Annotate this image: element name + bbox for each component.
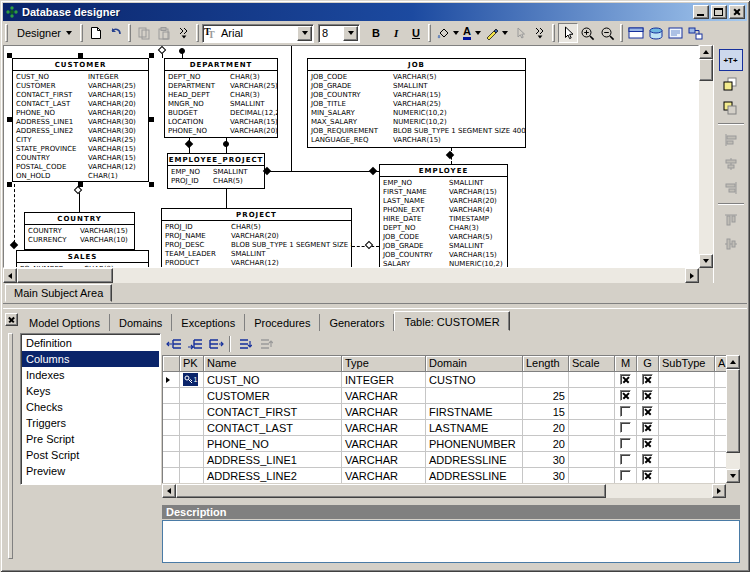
toolbar-grip[interactable] <box>128 24 131 42</box>
maximize-button[interactable] <box>711 5 727 19</box>
sidebar-item-preview[interactable]: Preview <box>22 463 159 479</box>
header-pk[interactable]: PK <box>180 356 204 372</box>
sidebar-item-pre-script[interactable]: Pre Script <box>22 431 159 447</box>
cell-domain[interactable]: LASTNAME <box>426 420 523 436</box>
cell-domain[interactable]: FIRSTNAME <box>426 404 523 420</box>
header-subtype[interactable]: SubType <box>659 356 715 372</box>
scrollbar-thumb[interactable] <box>17 268 113 283</box>
cell-type[interactable]: VARCHAR <box>342 388 426 404</box>
format-painter-button[interactable] <box>510 23 530 43</box>
undo-button[interactable] <box>106 23 126 43</box>
cell-name[interactable]: CUST_NO <box>204 372 342 388</box>
canvas-hscrollbar[interactable] <box>3 268 699 283</box>
table-row-contact-last[interactable]: CONTACT_LASTVARCHARLASTNAME20 <box>163 420 726 436</box>
cell-domain[interactable] <box>426 388 523 404</box>
cell-scale[interactable] <box>569 468 615 483</box>
select-tool-button[interactable] <box>558 23 578 43</box>
tab-table-customer[interactable]: Table: CUSTOMER <box>394 311 509 331</box>
toolbar-grip[interactable] <box>196 24 199 42</box>
toolbar-grip[interactable] <box>428 24 431 42</box>
cell-name[interactable]: CONTACT_FIRST <box>204 404 342 420</box>
header-generator[interactable]: G <box>637 356 659 372</box>
sidebar-item-post-script[interactable]: Post Script <box>22 447 159 463</box>
cell-domain[interactable]: PHONENUMBER <box>426 436 523 452</box>
toolbar-overflow-button[interactable] <box>174 23 194 43</box>
er-table-department[interactable]: DEPARTMENTDEPT_NOCHAR(3)DEPARTMENTVARCHA… <box>164 58 278 138</box>
mandatory-checkbox[interactable] <box>620 406 631 417</box>
tab-exceptions[interactable]: Exceptions <box>172 314 245 331</box>
scrollbar-thumb[interactable] <box>726 369 740 453</box>
cell-length[interactable]: 15 <box>523 404 569 420</box>
underline-button[interactable]: U <box>406 23 426 43</box>
font-color-button[interactable]: A <box>461 23 483 43</box>
highlight-color-button[interactable] <box>483 23 510 43</box>
tab-domains[interactable]: Domains <box>110 314 172 331</box>
cell-scale[interactable] <box>569 436 615 452</box>
zoom-out-button[interactable] <box>598 23 618 43</box>
cell-length[interactable]: 20 <box>523 436 569 452</box>
cell-subtype[interactable] <box>659 372 715 388</box>
cell-length[interactable]: 30 <box>523 452 569 468</box>
generator-checkbox[interactable] <box>642 390 653 401</box>
pk-cell[interactable] <box>180 452 204 468</box>
panel-close-button[interactable] <box>5 313 18 326</box>
toolbar-grip[interactable] <box>5 24 8 42</box>
cell-type[interactable]: INTEGER <box>342 372 426 388</box>
sidebar-item-indexes[interactable]: Indexes <box>22 367 159 383</box>
toolbar-overflow-button[interactable] <box>530 23 550 43</box>
er-table-job[interactable]: JOBJOB_CODEVARCHAR(5)JOB_GRADESMALLINTJO… <box>307 58 526 148</box>
move-down-button[interactable] <box>234 336 255 353</box>
table-row-contact-first[interactable]: CONTACT_FIRSTVARCHARFIRSTNAME15 <box>163 404 726 420</box>
cell-subtype[interactable] <box>659 388 715 404</box>
cell-scale[interactable] <box>569 452 615 468</box>
cell-name[interactable]: CONTACT_LAST <box>204 420 342 436</box>
pk-cell[interactable] <box>180 388 204 404</box>
cell-length[interactable]: 30 <box>523 468 569 483</box>
autosize-button[interactable]: +T+ <box>719 49 743 71</box>
cell-scale[interactable] <box>569 420 615 436</box>
generator-checkbox[interactable] <box>642 470 653 481</box>
er-table-customer[interactable]: CUSTOMERCUST_NOINTEGERCUSTOMERVARCHAR(25… <box>12 58 149 182</box>
cell-scale[interactable] <box>569 372 615 388</box>
selection-handle[interactable] <box>78 182 83 187</box>
cell-length[interactable] <box>523 372 569 388</box>
cell-domain[interactable]: CUSTNO <box>426 372 523 388</box>
mandatory-checkbox[interactable] <box>620 390 631 401</box>
add-relationship-button[interactable] <box>686 23 706 43</box>
align-middle-button[interactable] <box>719 233 743 255</box>
canvas-vscrollbar[interactable] <box>699 45 713 268</box>
cell-name[interactable]: ADDRESS_LINE2 <box>204 468 342 483</box>
selection-handle[interactable] <box>149 117 154 122</box>
sidebar-item-columns[interactable]: Columns <box>22 351 159 367</box>
connector-line[interactable] <box>291 46 292 171</box>
er-table-employee-project[interactable]: EMPLOYEE_PROJECTEMP_NOSMALLINTPROJ_IDCHA… <box>167 153 265 189</box>
font-size-combo[interactable]: 8 <box>318 24 360 43</box>
sidebar-item-checks[interactable]: Checks <box>22 399 159 415</box>
cell-subtype[interactable] <box>659 452 715 468</box>
sidebar-item-keys[interactable]: Keys <box>22 383 159 399</box>
font-size-dropdown[interactable] <box>343 26 358 41</box>
selection-handle[interactable] <box>7 53 12 58</box>
cell-domain[interactable]: ADDRESSLINE <box>426 452 523 468</box>
header-name[interactable]: Name <box>204 356 342 372</box>
header-mandatory[interactable]: M <box>615 356 637 372</box>
generator-checkbox[interactable] <box>642 422 653 433</box>
description-input[interactable] <box>162 520 740 563</box>
scrollbar-thumb[interactable] <box>176 484 606 498</box>
header-domain[interactable]: Domain <box>426 356 523 372</box>
cell-type[interactable]: VARCHAR <box>342 436 426 452</box>
connector-customer-sales[interactable] <box>14 184 15 248</box>
paste-button[interactable] <box>154 23 174 43</box>
delete-column-button[interactable] <box>184 336 205 353</box>
pk-cell[interactable] <box>180 404 204 420</box>
mandatory-checkbox[interactable] <box>620 438 631 449</box>
bring-to-front-button[interactable] <box>719 73 743 95</box>
toolbar-grip[interactable] <box>620 24 623 42</box>
header-type[interactable]: Type <box>342 356 426 372</box>
generator-checkbox[interactable] <box>642 374 653 385</box>
er-table-sales[interactable]: SALESPO_NUMBERCHAR(8) <box>16 250 149 268</box>
close-button[interactable] <box>729 5 745 19</box>
cell-name[interactable]: CUSTOMER <box>204 388 342 404</box>
generator-checkbox[interactable] <box>642 454 653 465</box>
panel-drag-grip[interactable] <box>8 333 13 559</box>
